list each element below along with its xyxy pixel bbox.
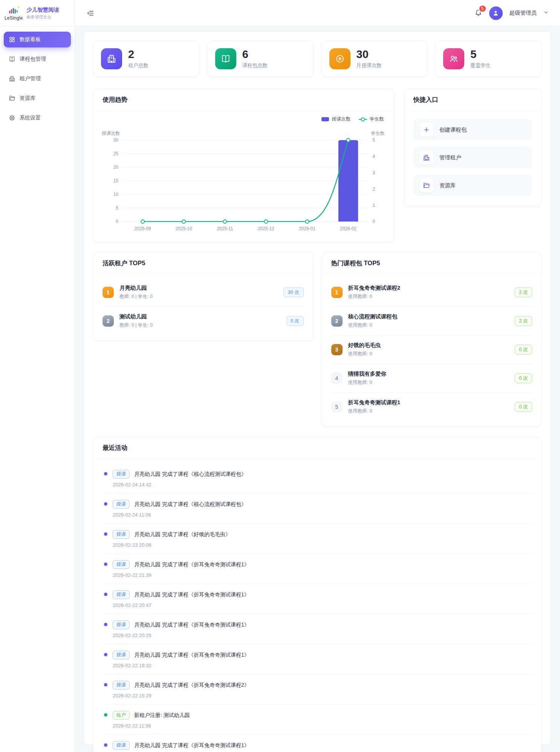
package-rank-row[interactable]: 1 折耳兔奇奇测试课程2 使用教师: 0 2 次 xyxy=(331,278,532,307)
svg-text:1: 1 xyxy=(373,203,375,208)
package-rank-row[interactable]: 4 猜猜我有多爱你 使用教师: 0 0 次 xyxy=(331,364,532,393)
svg-text:2025-10: 2025-10 xyxy=(176,226,192,231)
svg-text:30: 30 xyxy=(113,138,119,143)
stat-label: 租户总数 xyxy=(128,62,148,69)
logo-block: LeSingle 少儿智慧阅读 服务管理后台 xyxy=(0,0,75,26)
activity-type-badge: 授课 xyxy=(113,621,130,629)
avatar[interactable] xyxy=(489,6,503,20)
activity-row[interactable]: 授课 月亮幼儿园 完成了课程《折耳兔奇奇测试课程1》 2026-02-22 21… xyxy=(103,554,532,584)
hot-packages-title: 热门课程包 TOP5 xyxy=(331,260,380,266)
sidebar-item-label: 租户管理 xyxy=(20,75,41,82)
book-icon xyxy=(9,56,15,63)
sidebar: LeSingle 少儿智慧阅读 服务管理后台 数据看板 课程包管理 xyxy=(0,0,75,752)
activity-dot xyxy=(104,472,107,475)
activity-row-tenant[interactable]: 租户 新租户注册: 测试幼儿园 2026-02-22 11:56 xyxy=(103,705,532,735)
activity-row[interactable]: 授课 月亮幼儿园 完成了课程《折耳兔奇奇测试课程1》 2026-02-21 20… xyxy=(103,735,532,752)
activity-row[interactable]: 授课 月亮幼儿园 完成了课程《折耳兔奇奇测试课程2》 2026-02-22 15… xyxy=(103,674,532,705)
activity-row[interactable]: 授课 月亮幼儿园 完成了课程《核心流程测试课程包》 2026-02-24 11:… xyxy=(103,494,532,524)
activity-text: 月亮幼儿园 完成了课程《折耳兔奇奇测试课程1》 xyxy=(134,561,249,568)
sidebar-item-dashboard[interactable]: 数据看板 xyxy=(4,32,71,47)
recent-activity-title: 最近活动 xyxy=(103,444,127,451)
legend-lessons[interactable]: 授课次数 xyxy=(321,116,350,122)
activity-time: 2026-02-22 19:32 xyxy=(113,663,249,668)
activity-type-badge: 授课 xyxy=(113,741,130,750)
activity-text: 月亮幼儿园 完成了课程《折耳兔奇奇测试课程1》 xyxy=(134,592,249,598)
quick-entry-title: 快捷入口 xyxy=(413,96,438,103)
sidebar-item-course-packages[interactable]: 课程包管理 xyxy=(4,51,71,67)
tenant-rank-row[interactable]: 1 月亮幼儿园 教师: 0 | 学生: 0 30 次 xyxy=(103,278,304,307)
activity-row[interactable]: 授课 月亮幼儿园 完成了课程《折耳兔奇奇测试课程1》 2026-02-22 19… xyxy=(103,644,532,674)
sidebar-item-tenants[interactable]: 租户管理 xyxy=(4,71,71,87)
logo-bars-icon xyxy=(6,5,21,15)
dashboard-icon xyxy=(9,36,15,43)
svg-text:0: 0 xyxy=(373,219,375,224)
quick-item-label: 管理租户 xyxy=(439,154,461,161)
tenant-rank-row[interactable]: 2 测试幼儿园 教师: 0 | 学生: 0 0 次 xyxy=(103,307,304,335)
recent-activity-list: 授课 月亮幼儿园 完成了课程《核心流程测试课程包》 2026-02-24 14:… xyxy=(93,459,541,752)
app-subtitle: 服务管理后台 xyxy=(26,14,59,20)
sidebar-item-label: 课程包管理 xyxy=(20,56,46,63)
stat-label: 课程包总数 xyxy=(242,62,268,69)
activity-type-badge: 授课 xyxy=(113,470,130,478)
package-count-badge: 0 次 xyxy=(515,402,532,412)
stat-value: 2 xyxy=(128,49,148,60)
stat-value: 6 xyxy=(242,49,268,60)
activity-time: 2026-02-23 20:06 xyxy=(113,542,231,548)
building-icon xyxy=(101,48,122,69)
chevron-down-icon[interactable] xyxy=(543,10,549,17)
svg-text:3: 3 xyxy=(373,170,375,175)
package-rank-row[interactable]: 2 核心流程测试课程包 使用教师: 0 2 次 xyxy=(331,307,532,335)
usage-trend-card: 使用趋势 授课次数 学生数 051015202530012345授课次数学生数2… xyxy=(93,89,394,242)
notification-badge: 5 xyxy=(479,5,487,12)
activity-row[interactable]: 授课 月亮幼儿园 完成了课程《核心流程测试课程包》 2026-02-24 14:… xyxy=(103,463,532,494)
activity-text: 月亮幼儿园 完成了课程《折耳兔奇奇测试课程2》 xyxy=(134,682,249,689)
quick-item-create-package[interactable]: 创建课程包 xyxy=(413,119,532,140)
building-icon xyxy=(9,75,15,82)
package-name: 好饿的毛毛虫 xyxy=(348,342,381,349)
sidebar-collapse-button[interactable] xyxy=(86,9,95,17)
package-meta: 使用教师: 0 xyxy=(348,408,401,414)
activity-time: 2026-02-24 11:06 xyxy=(113,512,246,518)
package-name: 折耳兔奇奇测试课程1 xyxy=(348,399,401,406)
app-title: 少儿智慧阅读 xyxy=(26,6,59,14)
folder-icon xyxy=(9,95,15,102)
play-icon xyxy=(329,48,350,69)
package-count-badge: 0 次 xyxy=(515,373,532,383)
trend-chart-svg: 051015202530012345授课次数学生数2025-092025-102… xyxy=(100,126,387,235)
active-tenants-title: 活跃租户 TOP5 xyxy=(103,260,145,266)
activity-time: 2026-02-22 21:39 xyxy=(113,572,249,578)
legend-students[interactable]: 学生数 xyxy=(359,116,384,122)
svg-text:15: 15 xyxy=(113,178,119,183)
activity-row[interactable]: 授课 月亮幼儿园 完成了课程《好饿的毛毛虫》 2026-02-23 20:06 xyxy=(103,524,532,554)
quick-item-resources[interactable]: 资源库 xyxy=(413,175,532,196)
svg-text:2025-12: 2025-12 xyxy=(258,226,274,231)
package-rank-row[interactable]: 5 折耳兔奇奇测试课程1 使用教师: 0 0 次 xyxy=(331,393,532,421)
sidebar-item-resources[interactable]: 资源库 xyxy=(4,90,71,106)
tenant-name: 月亮幼儿园 xyxy=(119,284,153,292)
activity-type-badge: 授课 xyxy=(113,651,130,659)
stat-value: 30 xyxy=(357,49,382,60)
user-name[interactable]: 超级管理员 xyxy=(510,9,537,17)
svg-text:20: 20 xyxy=(113,165,119,170)
quick-item-manage-tenants[interactable]: 管理租户 xyxy=(413,147,532,168)
gear-icon xyxy=(9,115,15,121)
activity-row[interactable]: 授课 月亮幼儿园 完成了课程《折耳兔奇奇测试课程1》 2026-02-22 20… xyxy=(103,584,532,614)
brand-logo: LeSingle xyxy=(5,5,23,21)
activity-dot xyxy=(104,623,107,626)
activity-dot xyxy=(104,562,107,566)
notifications-button[interactable]: 5 xyxy=(474,8,482,18)
stat-label: 覆盖学生 xyxy=(470,62,491,69)
usage-trend-chart: 051015202530012345授课次数学生数2025-092025-102… xyxy=(93,122,394,241)
tenant-count-badge: 0 次 xyxy=(286,316,304,326)
activity-row[interactable]: 授课 月亮幼儿园 完成了课程《折耳兔奇奇测试课程1》 2026-02-22 20… xyxy=(103,614,532,644)
rank-badge: 2 xyxy=(103,315,114,327)
activity-dot xyxy=(104,532,107,536)
sidebar-item-label: 数据看板 xyxy=(20,36,41,43)
package-name: 折耳兔奇奇测试课程2 xyxy=(348,284,401,292)
package-rank-row[interactable]: 3 好饿的毛毛虫 使用教师: 0 0 次 xyxy=(331,335,532,364)
activity-dot xyxy=(104,683,107,686)
legend-line-swatch xyxy=(359,119,367,120)
sidebar-item-settings[interactable]: 系统设置 xyxy=(4,110,71,126)
package-meta: 使用教师: 0 xyxy=(348,379,387,386)
legend-label: 学生数 xyxy=(370,116,384,122)
